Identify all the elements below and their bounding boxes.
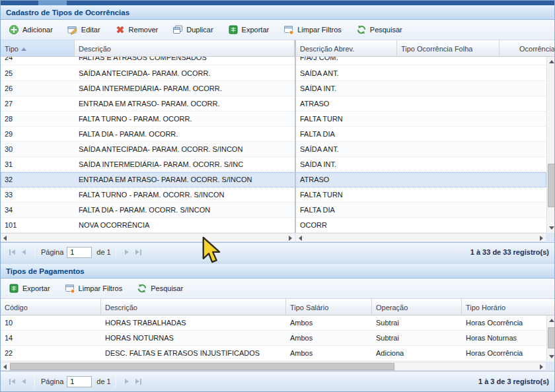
cell-ocorrencia <box>500 112 546 126</box>
cell-tipo: 24 <box>1 57 75 65</box>
table-row[interactable]: 26SAÍDA INTERMEDIÁRIA- PARAM. OCORR.SAÍD… <box>1 81 546 96</box>
remove-icon <box>115 24 126 35</box>
cell-folha <box>397 66 500 81</box>
scroll-left-icon[interactable] <box>299 236 302 241</box>
export-button[interactable]: Exportar <box>225 22 272 37</box>
cell-ocorrencia <box>500 81 546 96</box>
page-label: Página <box>41 377 63 385</box>
payments-vertical-scrollbar[interactable] <box>546 315 555 362</box>
occurrences-hscrollbar-locked[interactable] <box>1 233 295 242</box>
column-header-tipo-ocorrencia-folha[interactable]: Tipo Ocorrência Folha <box>397 40 500 57</box>
occurrences-paging-toolbar: Página de 1 1 à 33 de 33 registro(s) <box>1 242 554 261</box>
mouse-cursor <box>200 236 223 268</box>
occurrences-vertical-scrollbar[interactable] <box>546 57 555 233</box>
page-input[interactable] <box>67 247 92 258</box>
cell-folha <box>397 81 500 96</box>
page-count-label: de 1 <box>96 248 110 256</box>
cell-folha <box>397 112 500 126</box>
partially-scrolled-row[interactable]: 24FALTAS E ATRASOS COMPENSADOSF/A/J COM. <box>1 57 546 66</box>
separator <box>34 247 35 257</box>
table-row[interactable]: 10HORAS TRABALHADASAmbosSubtraiHoras Oco… <box>1 315 546 331</box>
top-tab-strip <box>1 1 555 5</box>
prev-page-icon <box>22 379 26 384</box>
table-row[interactable]: 28FALTA TURNO - PARAM. OCORR.FALTA TURN <box>1 112 546 127</box>
page-label: Página <box>41 248 63 256</box>
cell-tipo: 34 <box>1 203 75 217</box>
table-row[interactable]: 32ENTRADA EM ATRASO- PARAM. OCORR. S/INC… <box>1 172 546 187</box>
column-header-ocorrencia[interactable]: Ocorrência <box>500 40 555 57</box>
first-page-button[interactable] <box>6 376 18 387</box>
cell-ocorrencia <box>500 66 546 81</box>
scroll-right-icon[interactable] <box>540 236 543 241</box>
export-icon <box>9 283 19 294</box>
scroll-right-icon[interactable] <box>289 236 292 241</box>
scroll-up-icon[interactable] <box>549 319 554 322</box>
table-row[interactable]: 27ENTRADA EM ATRASO- PARAM. OCORR.ATRASO <box>1 96 546 112</box>
cell-salario: Ambos <box>286 331 372 345</box>
scroll-left-icon[interactable] <box>3 364 7 370</box>
cell-descricao: FALTA DIA - PARAM. OCORR. S/INCON <box>75 203 295 217</box>
column-header-operacao[interactable]: Operação <box>372 299 462 315</box>
scroll-right-icon[interactable] <box>540 364 543 370</box>
horizontal-scroll-thumb[interactable] <box>10 363 394 370</box>
vertical-scroll-thumb[interactable] <box>548 164 555 207</box>
scroll-left-icon[interactable] <box>3 236 7 241</box>
edit-button[interactable]: Editar <box>65 22 103 37</box>
table-row[interactable]: 22DESC. FALTAS E ATRASOS INJUSTIFICADOSA… <box>1 346 546 361</box>
next-page-button[interactable] <box>121 376 133 387</box>
clear-filters-button[interactable]: Limpar Filtros <box>62 281 126 296</box>
column-header-codigo[interactable]: Código <box>1 299 101 315</box>
first-page-button[interactable] <box>6 246 18 258</box>
page-input[interactable] <box>67 376 92 387</box>
cell-horario: Horas Ocorrência <box>462 315 546 330</box>
cell-ocorrencia <box>500 203 546 217</box>
cell-folha <box>397 203 500 217</box>
cell-descricao: DESC. FALTAS E ATRASOS INJUSTIFICADOS <box>101 346 286 360</box>
cell-descricao: NOVA OCORRÊNCIA <box>75 218 295 232</box>
column-header-tipo-salario[interactable]: Tipo Salário <box>286 299 372 315</box>
duplicate-button[interactable]: Duplicar <box>170 22 215 37</box>
cell-descricao: HORAS TRABALHADAS <box>101 315 286 330</box>
table-row[interactable]: 29FALTA DIA - PARAM. OCORR.FALTA DIA <box>1 127 546 142</box>
table-row[interactable]: 24FALTAS E ATRASOS COMPENSADOSF/A/J COM. <box>1 57 546 65</box>
table-row[interactable]: 30SAÍDA ANTECIPADA- PARAM. OCORR. S/INCO… <box>1 142 546 157</box>
cell-descricao: SAÍDA ANTECIPADA- PARAM. OCORR. S/INCON <box>75 142 295 156</box>
add-button[interactable]: Adicionar <box>6 22 56 37</box>
cell-salario: Ambos <box>286 346 372 360</box>
add-icon <box>9 24 19 35</box>
table-row[interactable]: 34FALTA DIA - PARAM. OCORR. S/INCONFALTA… <box>1 203 546 218</box>
cell-abrev: OCORR <box>296 218 397 232</box>
table-row[interactable]: 101NOVA OCORRÊNCIAOCORR <box>1 218 546 233</box>
column-header-tipo-horario[interactable]: Tipo Horário <box>462 299 555 315</box>
search-button[interactable]: Pesquisar <box>134 281 186 296</box>
search-button[interactable]: Pesquisar <box>353 22 405 37</box>
first-page-icon <box>11 379 15 384</box>
cell-tipo: 32 <box>1 172 75 187</box>
last-page-button[interactable] <box>133 376 145 387</box>
table-row[interactable]: 33FALTA TURNO - PARAM. OCORR. S/INCONFAL… <box>1 187 546 203</box>
occurrences-hscrollbar-scrollable[interactable] <box>296 233 546 242</box>
last-page-button[interactable] <box>133 246 145 258</box>
column-header-descricao[interactable]: Descrição <box>101 299 286 315</box>
table-row[interactable]: 25SAÍDA ANTECIPADA- PARAM. OCORR.SAÍDA A… <box>1 66 546 81</box>
prev-page-button[interactable] <box>18 246 30 258</box>
table-row[interactable]: 14HORAS NOTURNASAmbosSubtraiHoras Noturn… <box>1 331 546 346</box>
column-header-descricao[interactable]: Descrição <box>75 40 295 57</box>
occurrences-toolbar: Adicionar Editar Remover Duplicar Export… <box>1 20 554 40</box>
vertical-scroll-thumb[interactable] <box>548 327 555 348</box>
remove-button[interactable]: Remover <box>112 22 161 37</box>
column-header-descricao-abrev[interactable]: Descrição Abrev. <box>296 40 397 57</box>
clear-filters-button[interactable]: Limpar Filtros <box>281 22 344 37</box>
scroll-down-icon[interactable] <box>549 355 554 358</box>
cell-tipo: 26 <box>1 81 75 96</box>
scroll-up-icon[interactable] <box>549 60 554 63</box>
scroll-down-icon[interactable] <box>549 226 554 230</box>
export-button[interactable]: Exportar <box>6 281 53 296</box>
column-header-tipo[interactable]: Tipo <box>1 40 75 57</box>
table-row[interactable]: 31SAÍDA INTERMEDIÁRIA- PARAM. OCORR. S/I… <box>1 157 546 172</box>
payments-hscrollbar[interactable] <box>1 362 546 371</box>
prev-page-button[interactable] <box>18 376 30 387</box>
next-page-button[interactable] <box>121 246 133 258</box>
cell-abrev: ATRASO <box>296 96 397 111</box>
cell-abrev: SAÍDA INT. <box>296 157 397 172</box>
